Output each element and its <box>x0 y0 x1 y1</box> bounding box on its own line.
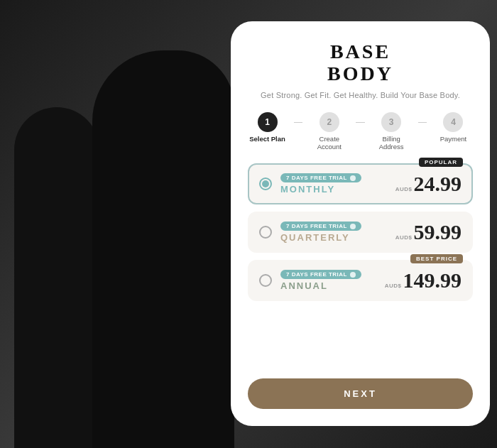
trial-label-annual: 7 DAYS FREE TRIAL <box>286 271 347 278</box>
plan-name-monthly: MONTHLY <box>280 184 387 195</box>
step-1-circle: 1 <box>258 112 278 132</box>
figure-left <box>14 107 99 448</box>
trial-label-quarterly: 7 DAYS FREE TRIAL <box>286 223 347 229</box>
step-3-circle: 3 <box>381 112 401 132</box>
currency-quarterly: AUD$ <box>395 234 413 241</box>
step-4-label: Payment <box>440 135 467 143</box>
plan-annual-info: 7 DAYS FREE TRIAL ANNUAL <box>280 270 376 291</box>
step-3[interactable]: 3 BillingAddress <box>372 112 411 151</box>
radio-quarterly[interactable] <box>259 226 272 239</box>
tagline: Get Strong. Get Fit. Get Healthy. Build … <box>261 91 460 99</box>
radio-monthly-inner <box>262 180 269 187</box>
logo-line2: BODY <box>327 62 393 84</box>
step-3-number: 3 <box>389 117 394 127</box>
trial-label-monthly: 7 DAYS FREE TRIAL <box>286 175 347 181</box>
trial-dot-quarterly <box>350 224 356 229</box>
plan-card-monthly[interactable]: POPULAR 7 DAYS FREE TRIAL MONTHLY AUD$ 2… <box>248 163 473 204</box>
step-1-label: Select Plan <box>249 135 285 143</box>
plan-monthly-info: 7 DAYS FREE TRIAL MONTHLY <box>280 173 387 195</box>
price-quarterly: 59.99 <box>414 220 462 244</box>
trial-dot-monthly <box>350 175 356 181</box>
next-button[interactable]: NEXT <box>248 378 473 409</box>
price-area-monthly: AUD$ 24.99 <box>395 172 462 196</box>
plan-name-annual: ANNUAL <box>280 280 376 291</box>
step-3-label: BillingAddress <box>379 135 404 151</box>
step-4-number: 4 <box>451 117 456 127</box>
step-1-number: 1 <box>265 117 270 127</box>
popular-badge: POPULAR <box>419 158 463 167</box>
steps-container: 1 Select Plan 2 CreateAccount 3 BillingA… <box>248 112 473 151</box>
step-2-label: CreateAccount <box>317 135 342 151</box>
radio-monthly[interactable] <box>259 177 272 190</box>
radio-annual[interactable] <box>259 274 272 287</box>
brand-logo: BASE BODY <box>327 41 393 85</box>
price-area-quarterly: AUD$ 59.99 <box>395 220 462 244</box>
currency-annual: AUD$ <box>385 283 402 289</box>
connector-2 <box>356 122 364 123</box>
step-4[interactable]: 4 Payment <box>434 112 473 143</box>
trial-badge-monthly: 7 DAYS FREE TRIAL <box>280 173 361 182</box>
logo-line1: BASE <box>330 40 390 62</box>
plan-card-annual[interactable]: BEST PRICE 7 DAYS FREE TRIAL ANNUAL AUD$… <box>248 260 473 301</box>
plan-name-quarterly: QUARTERLY <box>280 232 387 243</box>
trial-badge-annual: 7 DAYS FREE TRIAL <box>280 270 361 279</box>
step-4-circle: 4 <box>443 112 463 132</box>
best-price-badge: BEST PRICE <box>410 254 463 263</box>
connector-1 <box>294 122 302 123</box>
trial-badge-quarterly: 7 DAYS FREE TRIAL <box>280 222 361 231</box>
step-1[interactable]: 1 Select Plan <box>248 112 287 143</box>
plan-card-quarterly[interactable]: 7 DAYS FREE TRIAL QUARTERLY AUD$ 59.99 <box>248 212 473 253</box>
plans-container: POPULAR 7 DAYS FREE TRIAL MONTHLY AUD$ 2… <box>248 163 473 371</box>
plan-quarterly-info: 7 DAYS FREE TRIAL QUARTERLY <box>280 222 387 243</box>
currency-monthly: AUD$ <box>395 186 413 192</box>
trial-dot-annual <box>350 272 356 278</box>
step-2-number: 2 <box>327 117 332 127</box>
price-monthly: 24.99 <box>414 172 462 196</box>
step-2[interactable]: 2 CreateAccount <box>310 112 349 151</box>
connector-3 <box>418 122 427 123</box>
step-2-circle: 2 <box>320 112 339 132</box>
main-panel: BASE BODY Get Strong. Get Fit. Get Healt… <box>231 21 490 426</box>
price-annual: 149.99 <box>403 268 462 293</box>
figure-right <box>92 50 234 448</box>
price-area-annual: AUD$ 149.99 <box>385 268 462 293</box>
